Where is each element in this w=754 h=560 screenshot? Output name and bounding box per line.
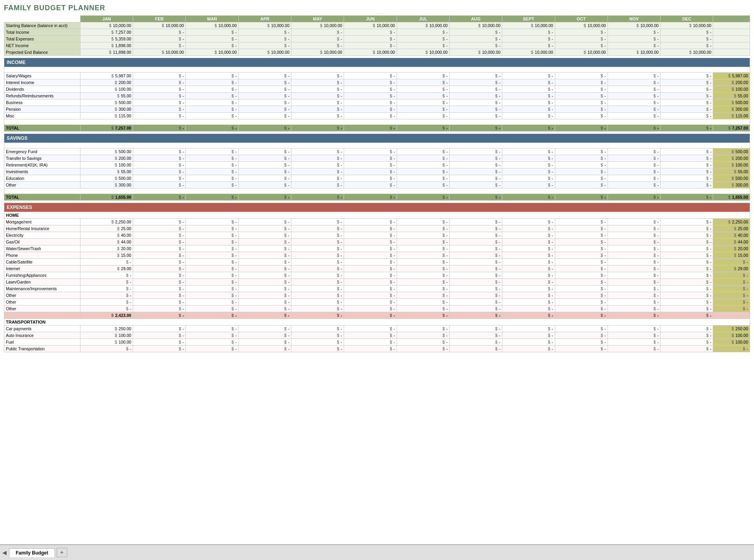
savings-spacer2 (4, 188, 750, 194)
expense-public-transport-row: Public Transportation $ - $ - $ - $ - $ … (4, 346, 750, 352)
savings-retirement-label: Retirement(401K, IRA) (4, 162, 81, 168)
transportation-sub-label: TRANSPORTATION (4, 319, 750, 326)
expense-maintenance-label: Maintenance/Improvements (4, 285, 81, 292)
starting-balance-aug[interactable]: $ 10,000.00 (449, 22, 502, 29)
transportation-sub-header: TRANSPORTATION (4, 319, 750, 326)
header-oct: OCT (555, 16, 608, 22)
home-sub-label: HOME (4, 212, 750, 219)
header-sept: SEPT (502, 16, 555, 22)
header-yearly (713, 16, 750, 22)
expense-other3-label: Other (4, 306, 81, 312)
income-section-header: INCOME (4, 58, 750, 67)
income-total-label: TOTAL (4, 125, 81, 132)
savings-retirement-row: Retirement(401K, IRA) $ 100.00 $ - $ - $… (4, 162, 750, 168)
starting-balance-row: Starting Balance (balance in acct) $ 10,… (4, 22, 750, 29)
expense-cable-row: Cable/Satellite $ - $ - $ - $ - $ - $ - … (4, 259, 750, 265)
savings-emergency-label: Emergency Fund (4, 148, 81, 155)
savings-education-row: Education $ 500.00 $ - $ - $ - $ - $ - $… (4, 175, 750, 182)
starting-balance-jan[interactable]: $ 10,000.00 (80, 22, 133, 29)
expense-lawn-label: Lawn/Garden (4, 279, 81, 285)
expense-cable-label: Cable/Satellite (4, 259, 81, 265)
header-may: MAY (291, 16, 344, 22)
income-refunds-row: Refunds/Reimbursements $ 55.00 $ - $ - $… (4, 93, 750, 99)
header-mar: MAR (186, 16, 238, 22)
savings-total-row: TOTAL $ 1,655.00 $ - $ - $ - $ - $ - $ -… (4, 194, 750, 201)
starting-balance-mar[interactable]: $ 10,000.00 (186, 22, 238, 29)
expense-auto-insurance-row: Auto Insurance $ 100.00 $ - $ - $ - $ - … (4, 332, 750, 339)
starting-balance-dec[interactable]: $ 10,000.00 (661, 22, 713, 29)
total-income-label: Total Income (4, 29, 81, 36)
expense-electricity-row: Electricity $ 40.00 $ - $ - $ - $ - $ - … (4, 232, 750, 239)
starting-balance-feb[interactable]: $ 10,000.00 (133, 22, 186, 29)
starting-balance-label: Starting Balance (balance in acct) (4, 22, 81, 29)
header-aug: AUG (449, 16, 502, 22)
income-refunds-label: Refunds/Reimbursements (4, 93, 81, 99)
savings-total-label: TOTAL (4, 194, 81, 201)
expense-water-label: Water/Sewer/Trash (4, 245, 81, 252)
starting-balance-jul[interactable]: $ 10,000.00 (397, 22, 449, 29)
expense-mortgage-label: Mortgage/rent (4, 219, 81, 225)
expense-maintenance-row: Maintenance/Improvements $ - $ - $ - $ -… (4, 285, 750, 292)
expense-phone-row: Phone $ 15.00 $ - $ - $ - $ - $ - $ - $ … (4, 252, 750, 259)
header-feb: FEB (133, 16, 186, 22)
expense-gasoil-label: Gas/Oil (4, 239, 81, 245)
starting-balance-nov[interactable]: $ 10,000.00 (608, 22, 660, 29)
expense-mortgage-row: Mortgage/rent $ 2,250.00 $ - $ - $ - $ -… (4, 219, 750, 225)
header-jan: JAN (80, 16, 133, 22)
expense-car-label: Car payments (4, 326, 81, 332)
expense-home-insurance-row: Home/Rental Insurance $ 25.00 $ - $ - $ … (4, 225, 750, 232)
home-sub-header: HOME (4, 212, 750, 219)
projected-end-row: Projected End Balance $ 11,898.00 $ 10,0… (4, 49, 750, 56)
header-jul: JUL (397, 16, 449, 22)
income-interest-label: Interest Income (4, 79, 81, 86)
income-salary-label: Salary/Wages (4, 73, 81, 79)
expense-auto-insurance-label: Auto Insurance (4, 332, 81, 339)
starting-balance-oct[interactable]: $ 10,000.00 (555, 22, 608, 29)
income-misc-row: Misc $ 115.00 $ - $ - $ - $ - $ - $ - $ … (4, 113, 750, 119)
expense-car-row: Car payments $ 250.00 $ - $ - $ - $ - $ … (4, 326, 750, 332)
starting-balance-jun[interactable]: $ 10,000.00 (344, 22, 397, 29)
savings-investments-label: Investments (4, 168, 81, 175)
income-salary-row: Salary/Wages $ 5,987.00 $ - $ - $ - $ - … (4, 73, 750, 79)
income-business-row: Business $ 500.00 $ - $ - $ - $ - $ - $ … (4, 99, 750, 106)
income-interest-row: Interest Income $ 200.00 $ - $ - $ - $ -… (4, 79, 750, 86)
starting-balance-yearly (713, 22, 750, 29)
starting-balance-sept[interactable]: $ 10,000.00 (502, 22, 555, 29)
expense-fuel-label: Fuel (4, 339, 81, 346)
savings-section-label: SAVINGS (4, 134, 750, 143)
income-pension-label: Pension (4, 106, 81, 113)
income-spacer (4, 67, 750, 73)
net-income-label: NET Income (4, 42, 81, 49)
income-dividends-row: Dividends $ 100.00 $ - $ - $ - $ - $ - $… (4, 86, 750, 93)
expense-other1-row: Other $ - $ - $ - $ - $ - $ - $ - $ - $ … (4, 292, 750, 299)
expense-gasoil-row: Gas/Oil $ 44.00 $ - $ - $ - $ - $ - $ - … (4, 239, 750, 245)
savings-investments-row: Investments $ 55.00 $ - $ - $ - $ - $ - … (4, 168, 750, 175)
starting-balance-may[interactable]: $ 10,000.00 (291, 22, 344, 29)
savings-spacer (4, 143, 750, 148)
total-expenses-row: Total Expenses $ 5,359.00 $ - $ - $ - $ … (4, 36, 750, 42)
header-dec: DEC (661, 16, 713, 22)
income-business-label: Business (4, 99, 81, 106)
income-section-label: INCOME (4, 58, 750, 67)
expenses-section-header: EXPENSES (4, 203, 750, 212)
expense-other1-label: Other (4, 292, 81, 299)
month-header-row: JAN FEB MAR APR MAY JUN JUL AUG SEPT OCT… (4, 16, 750, 22)
expense-public-transport-label: Public Transportation (4, 346, 81, 352)
header-nov: NOV (608, 16, 660, 22)
savings-section-header: SAVINGS (4, 134, 750, 143)
expense-other2-label: Other (4, 299, 81, 306)
expense-phone-label: Phone (4, 252, 81, 259)
header-label-col (4, 16, 81, 22)
savings-transfer-label: Transfer to Savings (4, 155, 81, 162)
expense-water-row: Water/Sewer/Trash $ 20.00 $ - $ - $ - $ … (4, 245, 750, 252)
savings-transfer-row: Transfer to Savings $ 200.00 $ - $ - $ -… (4, 155, 750, 162)
starting-balance-apr[interactable]: $ 10,000.00 (238, 22, 291, 29)
total-income-yearly (713, 29, 750, 36)
projected-end-label: Projected End Balance (4, 49, 81, 56)
expense-other3-row: Other $ - $ - $ - $ - $ - $ - $ - $ - $ … (4, 306, 750, 312)
income-pension-row: Pension $ 300.00 $ - $ - $ - $ - $ - $ -… (4, 106, 750, 113)
header-jun: JUN (344, 16, 397, 22)
total-expenses-label: Total Expenses (4, 36, 81, 42)
savings-emergency-row: Emergency Fund $ 500.00 $ - $ - $ - $ - … (4, 148, 750, 155)
expense-lawn-row: Lawn/Garden $ - $ - $ - $ - $ - $ - $ - … (4, 279, 750, 285)
